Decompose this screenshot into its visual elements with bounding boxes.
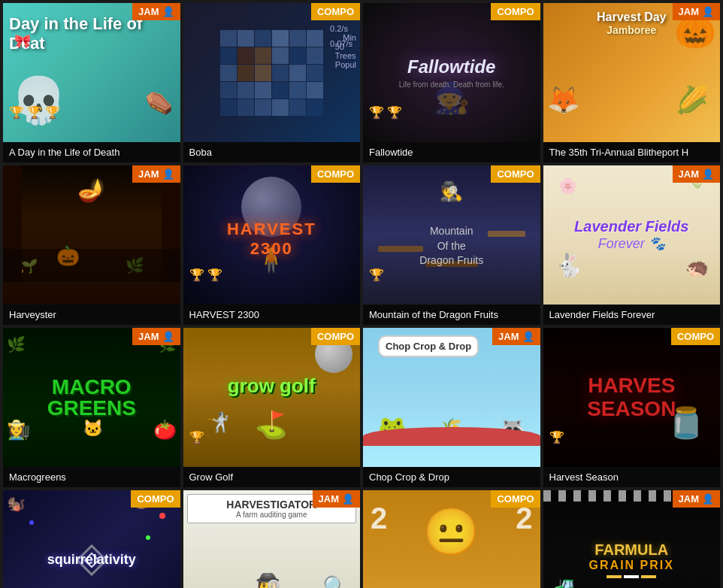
badge-jam: JAM 👤 bbox=[673, 3, 720, 20]
game-card-chopcrop[interactable]: Chop Crop & Drop 🐸 🦝 🌾 JAM 👤 Chop Crop &… bbox=[363, 328, 540, 487]
game-card-lavender[interactable]: 🐇 🦔 🌸 🌷 Lavender Fields Forever 🐾 JAM 👤 … bbox=[543, 165, 721, 325]
game-card-farmula[interactable]: 🚜 FARMULA GRAIN PRIX JAM 👤 Farmula Grain… bbox=[543, 490, 721, 588]
game-card-death[interactable]: 💀 Day in the Life of Deat 🎀 ⚰️ 🏆 🏆 🏆 JAM… bbox=[3, 3, 180, 162]
badge-label: COMPO bbox=[137, 493, 174, 505]
badge-label: JAM bbox=[138, 331, 159, 342]
badge-label: COMPO bbox=[497, 168, 534, 180]
badge-label: COMPO bbox=[497, 493, 534, 505]
badge-label: COMPO bbox=[317, 6, 354, 17]
badge-icon: 👤 bbox=[342, 493, 354, 505]
badge-label: JAM bbox=[679, 6, 699, 17]
game-card-growgolf[interactable]: ⛳ 🤺 grow golf 🏆 COMPO Grow Golf bbox=[183, 328, 361, 487]
badge-jam: JAM 👤 bbox=[492, 328, 540, 345]
badge-compo: COMPO bbox=[131, 490, 180, 508]
game-card-macrogreens[interactable]: 👩‍🌾 🍅 🐱 MACROGREENS 🌿 🌿 JAM 👤 Macrogreen… bbox=[3, 328, 180, 487]
badge-label: JAM bbox=[679, 168, 699, 180]
badge-label: JAM bbox=[138, 168, 159, 180]
badge-label: COMPO bbox=[497, 6, 534, 17]
game-title: Harveyster bbox=[3, 305, 180, 325]
badge-compo: COMPO bbox=[491, 165, 540, 183]
game-title: Chop Crop & Drop bbox=[363, 467, 540, 487]
badge-jam: JAM 👤 bbox=[132, 328, 180, 345]
badge-icon: 👤 bbox=[702, 168, 714, 180]
badge-compo: COMPO bbox=[311, 165, 360, 183]
badge-icon: 👤 bbox=[702, 6, 714, 17]
badge-jam: JAM 👤 bbox=[673, 165, 720, 183]
game-title: Grow Golf bbox=[183, 467, 361, 487]
badge-compo: COMPO bbox=[491, 490, 540, 508]
game-title: HARVEST 2300 bbox=[183, 305, 361, 325]
badge-label: COMPO bbox=[317, 168, 354, 180]
badge-jam: JAM 👤 bbox=[132, 165, 180, 183]
badge-icon: 👤 bbox=[162, 168, 174, 180]
badge-icon: 👤 bbox=[702, 493, 714, 505]
game-title: Mountain of the Dragon Fruits bbox=[363, 305, 540, 325]
badge-compo: COMPO bbox=[311, 328, 360, 345]
badge-jam: JAM 👤 bbox=[132, 3, 180, 20]
game-title: Fallowtide bbox=[363, 142, 540, 162]
badge-label: JAM bbox=[498, 331, 519, 342]
badge-icon: 👤 bbox=[162, 6, 174, 17]
game-title: A Day in the Life of Death bbox=[3, 142, 180, 162]
game-title: Harvest Season bbox=[543, 467, 721, 487]
game-card-squirrel[interactable]: squirrelativity 🐿️ 🐿️ COMPO Squirrelativ… bbox=[3, 490, 180, 588]
game-title: Macrogreens bbox=[3, 467, 180, 487]
badge-label: JAM bbox=[319, 493, 339, 505]
game-card-grandchampion[interactable]: 😐 2 2 🏆 COMPO The grand harvest champion… bbox=[363, 490, 540, 588]
badge-label: COMPO bbox=[317, 331, 354, 342]
game-title: Lavender Fields Forever bbox=[543, 305, 721, 325]
game-card-harvestigator[interactable]: HARVESTIGATOR A farm auditing game 🕵️‍♀️… bbox=[183, 490, 361, 588]
game-card-harvestday[interactable]: Harvest Day Jamboree 🎃 🦊 🌽 JAM 👤 The 35t… bbox=[543, 3, 721, 162]
badge-label: COMPO bbox=[677, 331, 714, 342]
badge-icon: 👤 bbox=[162, 331, 174, 342]
badge-jam: JAM 👤 bbox=[673, 490, 720, 508]
games-grid: 💀 Day in the Life of Deat 🎀 ⚰️ 🏆 🏆 🏆 JAM… bbox=[0, 0, 723, 588]
game-card-harveyster[interactable]: 🪔 🎃 🌿 🌱 🏆 JAM 👤 Harveyster bbox=[3, 165, 180, 325]
badge-icon: 👤 bbox=[522, 331, 534, 342]
game-card-harvest2300[interactable]: 🧍 HARVEST 2300 🏆 🏆 COMPO HARVEST 2300 bbox=[183, 165, 361, 325]
badge-jam: JAM 👤 bbox=[313, 490, 360, 508]
game-card-fallowtide[interactable]: Fallowtide Life from death. Death from l… bbox=[363, 3, 540, 162]
game-card-boba[interactable]: 1 07/s0.2/s0 07/s Min 50 Trees Popul COM… bbox=[183, 3, 361, 162]
badge-label: JAM bbox=[679, 493, 699, 505]
game-title: The 35th Tri-Annual Blitheport H bbox=[543, 142, 721, 162]
game-card-mountain[interactable]: 🕵️ MountainOf theDragon Fruits 🏆 COMPO M… bbox=[363, 165, 540, 325]
game-card-harvestseason[interactable]: 🫙 HARVESSEASON 🏆 COMPO Harvest Season bbox=[543, 328, 721, 487]
badge-compo: COMPO bbox=[491, 3, 540, 20]
badge-compo: COMPO bbox=[671, 328, 720, 345]
badge-label: JAM bbox=[138, 6, 159, 17]
game-title: Boba bbox=[183, 142, 361, 162]
badge-compo: COMPO bbox=[311, 3, 360, 20]
